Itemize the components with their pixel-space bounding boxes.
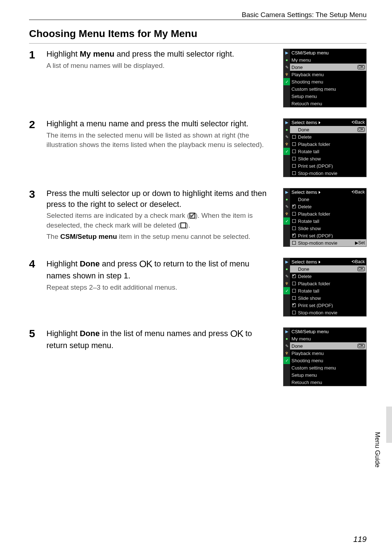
pencil-icon: ✎ xyxy=(283,342,290,350)
lcd-row: Rotate tall xyxy=(290,148,366,155)
step-2: 2 Highlight a menu name and press the mu… xyxy=(29,118,367,177)
ok-icon: OK xyxy=(358,65,365,69)
lcd-row: Delete xyxy=(290,133,366,140)
step-3: 3 Press the multi selector up or down to… xyxy=(29,188,367,247)
ok-icon: OK xyxy=(358,267,365,271)
lcd-row: Rotate tall xyxy=(290,217,366,225)
retouch-icon: ✓ xyxy=(283,287,290,294)
setup-icon: ♆ xyxy=(283,71,290,78)
pencil-icon: ✎ xyxy=(283,203,290,210)
lcd-row: Setup menu xyxy=(290,371,366,379)
setup-icon: ♆ xyxy=(283,280,290,287)
shooting-icon: ● xyxy=(283,196,290,203)
pencil-icon: ✎ xyxy=(283,133,290,140)
step-main: Highlight Done and press OK to return to… xyxy=(46,258,271,281)
ok-glyph: OK xyxy=(230,328,243,339)
pencil-icon: ✎ xyxy=(283,64,290,71)
step-number: 4 xyxy=(29,258,40,317)
retouch-icon: ✓ xyxy=(283,148,290,155)
lcd-row: Print set (DPOF) xyxy=(290,302,366,309)
lcd-row: Print set (DPOF) xyxy=(290,162,366,170)
retouch-icon: ✓ xyxy=(283,217,290,225)
step-main: Highlight a menu name and press the mult… xyxy=(46,118,271,129)
side-label: Menu Guide xyxy=(373,432,381,468)
lcd-row: Delete xyxy=(290,273,366,280)
playback-icon: ▶ xyxy=(283,188,290,196)
checkbox-empty-icon xyxy=(180,223,186,228)
step-note: Repeat steps 2–3 to edit additional menu… xyxy=(46,283,271,293)
play-icon xyxy=(319,261,320,264)
lcd-title: CSM/Setup menu xyxy=(290,328,366,335)
lcd-row: Delete xyxy=(290,203,366,210)
lcd-row: Retouch menu xyxy=(290,100,366,107)
lcd-row: Playback folder xyxy=(290,210,366,217)
lcd-row: Retouch menu xyxy=(290,379,366,386)
setup-icon: ♆ xyxy=(283,350,290,357)
lcd-row: My menu xyxy=(290,335,366,342)
playback-icon: ▶ xyxy=(283,258,290,265)
camera-lcd: ▶ ● ✎ ♆ ✓ Select items ⟲Back DoneOK Dele… xyxy=(283,258,367,317)
running-header: Basic Camera Settings: The Setup Menu xyxy=(29,11,367,20)
section-title: Choosing Menu Items for My Menu xyxy=(29,28,367,40)
lcd-title: Select items ⟲Back xyxy=(290,258,366,265)
page-number: 119 xyxy=(353,535,367,544)
lcd-row: Shooting menu xyxy=(290,357,366,364)
lcd-row: Done xyxy=(290,196,366,203)
ok-icon: OK xyxy=(358,127,365,132)
setup-icon: ♆ xyxy=(283,210,290,217)
thumb-tab xyxy=(386,407,392,443)
step-1: 1 Highlight My menu and press the multi … xyxy=(29,49,367,107)
lcd-row: My menu xyxy=(290,56,366,64)
step-main: Highlight My menu and press the multi se… xyxy=(46,49,271,60)
step-note: Selected items are indicated by a check … xyxy=(46,211,271,230)
lcd-title: CSM/Setup menu xyxy=(290,49,366,56)
step-main: Press the multi selector up or down to h… xyxy=(46,188,271,209)
text: Highlight xyxy=(46,49,80,58)
step-5: 5 Highlight Done in the list of menu nam… xyxy=(29,327,367,386)
step-number: 5 xyxy=(29,327,40,386)
playback-icon: ▶ xyxy=(283,119,290,126)
checkbox-checked-icon xyxy=(189,213,195,219)
back-label: ⟲Back xyxy=(351,260,365,264)
step-note: A list of menu names will be displayed. xyxy=(46,61,271,71)
step-number: 2 xyxy=(29,118,40,177)
back-label: ⟲Back xyxy=(351,190,365,194)
lcd-row: Stop-motion movie▶Set xyxy=(290,239,366,246)
setup-icon: ♆ xyxy=(283,140,290,148)
shooting-icon: ● xyxy=(283,335,290,342)
camera-lcd: ▶ ● ✎ ♆ ✓ CSM/Setup menu My menu DoneOK … xyxy=(283,327,367,386)
lcd-row: Custom setting menu xyxy=(290,85,366,93)
lcd-row: DoneOK xyxy=(290,342,366,350)
step-note: The CSM/Setup menu item in the setup men… xyxy=(46,232,271,242)
pencil-icon: ✎ xyxy=(283,273,290,280)
lcd-row: Custom setting menu xyxy=(290,364,366,371)
shooting-icon: ● xyxy=(283,56,290,64)
playback-icon: ▶ xyxy=(283,49,290,56)
retouch-icon: ✓ xyxy=(283,357,290,364)
step-note: The items in the selected menu will be l… xyxy=(46,131,271,150)
lcd-row: Stop-motion movie xyxy=(290,170,366,177)
text: and press the multi selector right. xyxy=(114,49,234,58)
lcd-row: Playback menu xyxy=(290,350,366,357)
camera-lcd: ▶ ● ✎ ♆ ✓ CSM/Setup menu My menu DoneOK … xyxy=(283,49,367,107)
lcd-row: Playback folder xyxy=(290,280,366,287)
bold-text: My menu xyxy=(80,49,114,58)
playback-icon: ▶ xyxy=(283,328,290,335)
lcd-row: Rotate tall xyxy=(290,287,366,294)
lcd-row: Playback folder xyxy=(290,140,366,148)
shooting-icon: ● xyxy=(283,126,290,133)
retouch-icon: ✓ xyxy=(283,78,290,85)
camera-lcd: ▶ ● ✎ ♆ ✓ Select items ⟲Back DoneOK Dele… xyxy=(283,118,367,177)
lcd-row: DoneOK xyxy=(290,126,366,133)
play-icon xyxy=(319,191,320,194)
step-number: 3 xyxy=(29,188,40,247)
shooting-icon: ● xyxy=(283,265,290,273)
lcd-row: Stop-motion movie xyxy=(290,309,366,316)
lcd-row: Slide show xyxy=(290,294,366,302)
step-main: Highlight Done in the list of menu names… xyxy=(46,327,271,351)
step-number: 1 xyxy=(29,49,40,107)
lcd-title: Select items ⟲Back xyxy=(290,119,366,126)
play-icon xyxy=(319,121,320,124)
lcd-row: Setup menu xyxy=(290,93,366,100)
back-label: ⟲Back xyxy=(351,120,365,125)
